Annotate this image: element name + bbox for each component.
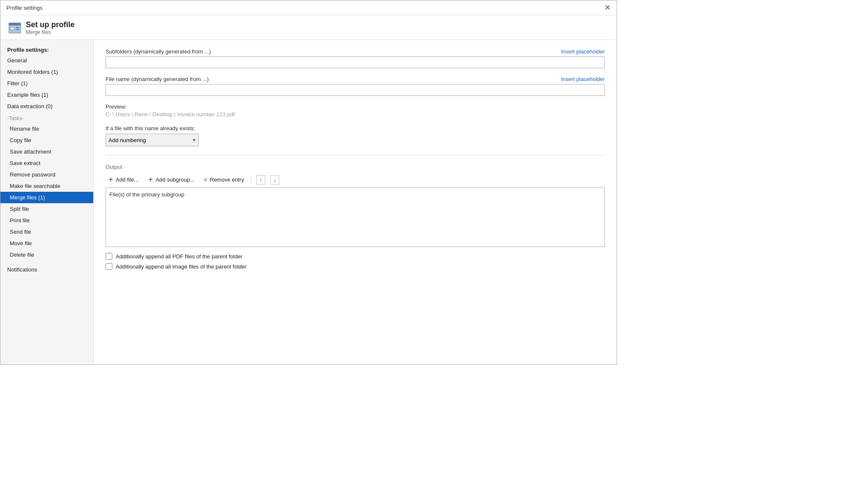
header: Set up profile Merge files	[0, 15, 617, 40]
output-toolbar: ＋ Add file... ＋ Add subgroup... ✕ Remove…	[106, 174, 605, 185]
add-file-button[interactable]: ＋ Add file...	[106, 174, 140, 185]
add-subgroup-button[interactable]: ＋ Add subgroup...	[145, 174, 196, 185]
append-image-label: Additionally append all image files of t…	[116, 263, 247, 270]
sidebar-item-notifications[interactable]: Notifications	[0, 264, 93, 275]
subfolders-label-row: Subfolders (dynamically generated from .…	[106, 48, 605, 55]
if-exists-label: If a file with this name already exists:	[106, 125, 605, 132]
sidebar: Profile settings: General Monitored fold…	[0, 40, 94, 364]
title-bar: Profile settings ✕	[0, 0, 617, 15]
content-area: Profile settings: General Monitored fold…	[0, 40, 617, 364]
sidebar-item-monitored-folders[interactable]: Monitored folders (1)	[0, 66, 93, 78]
sidebar-item-delete-file[interactable]: Delete file	[0, 249, 93, 260]
output-label: Output	[106, 164, 605, 170]
move-up-button[interactable]: ↑	[256, 175, 265, 185]
subfolders-insert-placeholder-link[interactable]: Insert placeholder	[561, 48, 605, 55]
sidebar-item-general[interactable]: General	[0, 55, 93, 66]
remove-entry-x-icon: ✕	[203, 176, 208, 183]
sidebar-item-copy-file[interactable]: Copy file	[0, 134, 93, 146]
header-icon	[8, 21, 22, 35]
filename-label: File name (dynamically generated from ..…	[106, 76, 209, 82]
sidebar-section-label: Profile settings:	[0, 44, 93, 55]
main-scrollable: Subfolders (dynamically generated from .…	[94, 40, 617, 364]
preview-label: Preview:	[106, 104, 605, 110]
remove-entry-label: Remove entry	[210, 176, 244, 183]
subfolders-input[interactable]	[106, 56, 605, 68]
if-exists-select[interactable]: Add numbering Overwrite Skip	[106, 134, 199, 146]
svg-rect-4	[16, 29, 19, 30]
tasks-label: -Tasks-	[0, 112, 93, 123]
sidebar-item-remove-password[interactable]: Remove password	[0, 169, 93, 180]
page-title: Set up profile	[26, 20, 75, 29]
if-exists-row: If a file with this name already exists:…	[106, 125, 605, 146]
sidebar-item-merge-files[interactable]: Merge files (1)	[0, 192, 93, 203]
sidebar-item-save-attachment[interactable]: Save attachment	[0, 146, 93, 157]
sidebar-item-example-files[interactable]: Example files (1)	[0, 89, 93, 101]
subfolders-field-row: Subfolders (dynamically generated from .…	[106, 48, 605, 68]
window-title: Profile settings	[6, 5, 42, 11]
add-file-plus-icon: ＋	[107, 175, 114, 184]
subfolders-label: Subfolders (dynamically generated from .…	[106, 48, 211, 55]
page-subtitle: Merge files	[26, 29, 75, 35]
preview-row: Preview: C: \ Users \ Rene \ Desktop \ I…	[106, 104, 605, 118]
checkbox-row-1: Additionally append all PDF files of the…	[106, 253, 605, 260]
add-subgroup-label: Add subgroup...	[156, 176, 195, 183]
sidebar-item-print-file[interactable]: Print file	[0, 215, 93, 226]
svg-rect-1	[9, 23, 21, 25]
sidebar-item-make-file-searchable[interactable]: Make file searchable	[0, 180, 93, 192]
output-list-box[interactable]: File(s) of the primary subgroup	[106, 188, 605, 247]
append-pdf-label: Additionally append all PDF files of the…	[116, 253, 242, 260]
sidebar-item-filter[interactable]: Filter (1)	[0, 78, 93, 89]
add-file-label: Add file...	[116, 176, 139, 183]
filename-label-row: File name (dynamically generated from ..…	[106, 76, 605, 82]
svg-rect-3	[16, 27, 19, 28]
filename-field-row: File name (dynamically generated from ..…	[106, 76, 605, 96]
if-exists-select-wrapper: Add numbering Overwrite Skip	[106, 134, 199, 146]
svg-rect-2	[11, 27, 14, 30]
filename-insert-placeholder-link[interactable]: Insert placeholder	[561, 76, 605, 82]
output-list-item: File(s) of the primary subgroup	[109, 191, 601, 198]
sidebar-item-send-file[interactable]: Send file	[0, 226, 93, 238]
header-text: Set up profile Merge files	[26, 20, 75, 35]
section-divider	[106, 155, 605, 155]
checkbox-row-2: Additionally append all image files of t…	[106, 263, 605, 270]
add-subgroup-plus-icon: ＋	[147, 175, 154, 184]
close-button[interactable]: ✕	[604, 4, 611, 11]
preview-value: C: \ Users \ Rene \ Desktop \ Invoice nu…	[106, 111, 605, 118]
move-down-button[interactable]: ↓	[270, 175, 279, 185]
sidebar-item-move-file[interactable]: Move file	[0, 238, 93, 249]
append-image-checkbox[interactable]	[106, 263, 112, 270]
sidebar-item-split-file[interactable]: Split file	[0, 203, 93, 215]
sidebar-item-save-extract[interactable]: Save extract	[0, 157, 93, 169]
remove-entry-button[interactable]: ✕ Remove entry	[201, 176, 246, 184]
filename-input[interactable]	[106, 84, 605, 96]
output-section: Output ＋ Add file... ＋ Add subgroup... ✕	[106, 164, 605, 270]
main-content-area: Subfolders (dynamically generated from .…	[94, 40, 617, 364]
toolbar-divider	[251, 176, 251, 184]
append-pdf-checkbox[interactable]	[106, 253, 112, 260]
sidebar-item-data-extraction[interactable]: Data extraction (0)	[0, 101, 93, 112]
sidebar-item-rename-file[interactable]: Rename file	[0, 123, 93, 134]
